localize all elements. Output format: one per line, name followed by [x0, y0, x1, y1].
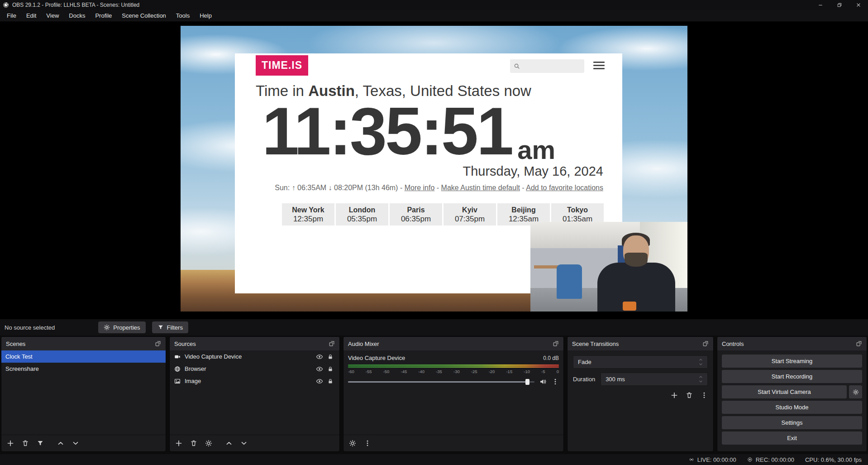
start-recording-button[interactable]: Start Recording: [722, 370, 862, 383]
close-icon: [856, 2, 861, 8]
menu-file[interactable]: File: [2, 10, 21, 21]
scene-filters-button[interactable]: [37, 440, 44, 447]
titlebar: OBS 29.1.2 - Profile: LLHLS BETA - Scene…: [0, 0, 868, 10]
menu-tools[interactable]: Tools: [171, 10, 195, 21]
add-transition-button[interactable]: [671, 392, 678, 399]
sources-panel: Sources Video Capture Device Browser: [169, 336, 340, 452]
obs-window: OBS 29.1.2 - Profile: LLHLS BETA - Scene…: [0, 0, 868, 465]
virtual-camera-config-button[interactable]: [849, 385, 862, 398]
statusbar: LIVE: 00:00:00 REC: 00:00:00 CPU: 0.6%, …: [0, 454, 868, 465]
source-row-image[interactable]: Image: [170, 375, 339, 387]
city-tile-kyiv: Kyiv 07:35pm: [444, 203, 496, 225]
popout-icon[interactable]: [553, 340, 559, 347]
menubar: File Edit View Docks Profile Scene Colle…: [0, 10, 868, 22]
add-scene-button[interactable]: [7, 440, 14, 447]
visibility-toggle[interactable]: [316, 365, 323, 373]
timeis-logo: TIME.IS: [256, 55, 308, 76]
popout-icon[interactable]: [329, 340, 335, 347]
properties-button[interactable]: Properties: [98, 321, 145, 333]
exit-button[interactable]: Exit: [722, 431, 862, 445]
source-move-down-button[interactable]: [240, 440, 248, 447]
source-properties-button[interactable]: [205, 440, 212, 447]
remove-transition-button[interactable]: [686, 392, 693, 399]
mixer-channel-name: Video Capture Device: [348, 355, 405, 361]
audio-mixer-panel: Audio Mixer Video Capture Device 0.0 dB …: [343, 336, 564, 452]
menu-help[interactable]: Help: [195, 10, 217, 21]
source-move-up-button[interactable]: [225, 440, 233, 447]
signal-icon: [689, 457, 694, 462]
search-icon: [514, 63, 520, 69]
duration-spinbox[interactable]: 300 ms: [601, 373, 708, 386]
clock-ampm: am: [517, 137, 555, 163]
spinner-arrows-icon: [699, 375, 703, 384]
source-row-browser[interactable]: Browser: [170, 363, 339, 375]
lock-toggle[interactable]: [327, 378, 334, 384]
scene-item-screenshare[interactable]: Screenshare: [1, 363, 166, 375]
gear-icon: [104, 324, 110, 331]
db-scale: -60 -55 -50 -45 -40 -35 -30 -25 -20 -15 …: [348, 369, 559, 374]
duration-label: Duration: [573, 376, 595, 383]
source-row-video-capture[interactable]: Video Capture Device: [170, 350, 339, 363]
webcam-overlay: [530, 222, 687, 312]
source-status-text: No source selected: [5, 324, 55, 331]
scene-preview[interactable]: TIME.IS Time in Austin, Texas, United St…: [181, 26, 687, 312]
studio-mode-button[interactable]: Studio Mode: [722, 401, 862, 414]
menu-view[interactable]: View: [41, 10, 64, 21]
live-status: LIVE: 00:00:00: [689, 456, 736, 463]
minimize-button[interactable]: [811, 0, 830, 10]
cpu-status: CPU: 0.6%, 30.00 fps: [805, 456, 862, 463]
transition-options-button[interactable]: [701, 392, 708, 399]
mute-button[interactable]: [539, 378, 547, 385]
menu-scene-collection[interactable]: Scene Collection: [117, 10, 171, 21]
start-streaming-button[interactable]: Start Streaming: [722, 355, 862, 368]
menu-profile[interactable]: Profile: [90, 10, 117, 21]
lock-toggle[interactable]: [327, 354, 334, 360]
close-button[interactable]: [849, 0, 868, 10]
visibility-toggle[interactable]: [316, 378, 323, 385]
channel-options-button[interactable]: [552, 378, 559, 385]
scenes-panel: Scenes Clock Test Screenshare: [1, 336, 166, 452]
source-toolbar: No source selected Properties Filters: [0, 319, 868, 336]
volume-slider-handle[interactable]: [525, 379, 529, 385]
sun-info: Sun: ↑ 06:35AM ↓ 08:20PM (13h 46m) -: [275, 184, 404, 192]
popout-icon[interactable]: [856, 340, 862, 347]
transition-select[interactable]: Fade: [573, 355, 708, 369]
select-arrows-icon: [699, 358, 703, 366]
filter-icon: [157, 324, 164, 331]
timeis-sun-line: Sun: ↑ 06:35AM ↓ 08:20PM (13h 46m) - Mor…: [253, 184, 603, 192]
popout-icon[interactable]: [702, 340, 709, 347]
advanced-audio-button[interactable]: [349, 440, 356, 447]
scene-move-down-button[interactable]: [72, 440, 79, 447]
separator: -: [434, 184, 441, 192]
record-icon: [747, 457, 753, 462]
make-default-link: Make Austin time default: [441, 184, 520, 192]
remove-source-button[interactable]: [190, 440, 197, 447]
add-source-button[interactable]: [175, 440, 182, 447]
filters-button[interactable]: Filters: [152, 321, 188, 333]
dock-area: Scenes Clock Test Screenshare Sources: [0, 336, 868, 454]
city-tile-new-york: New York 12:35pm: [282, 203, 334, 225]
maximize-button[interactable]: [830, 0, 849, 10]
popout-icon[interactable]: [155, 340, 161, 347]
visibility-toggle[interactable]: [316, 353, 323, 360]
timeis-date: Thursday, May 16, 2024: [463, 164, 603, 179]
start-virtual-camera-button[interactable]: Start Virtual Camera: [722, 385, 847, 398]
globe-icon: [174, 366, 181, 372]
menu-docks[interactable]: Docks: [64, 10, 90, 21]
mixer-level-db: 0.0 dB: [543, 355, 559, 361]
minimize-icon: [818, 2, 823, 8]
volume-slider[interactable]: [348, 381, 534, 383]
clock-time: 11:35:51: [262, 98, 512, 165]
scene-item-clock-test[interactable]: Clock Test: [1, 350, 166, 363]
preview-canvas: TIME.IS Time in Austin, Texas, United St…: [0, 22, 868, 319]
more-info-link: More info: [405, 184, 435, 192]
settings-button[interactable]: Settings: [722, 416, 862, 429]
lock-toggle[interactable]: [327, 366, 334, 372]
remove-scene-button[interactable]: [22, 440, 29, 447]
city-tile-paris: Paris 06:35pm: [390, 203, 442, 225]
menu-edit[interactable]: Edit: [21, 10, 41, 21]
scene-move-up-button[interactable]: [57, 440, 64, 447]
window-controls: [811, 0, 868, 10]
mixer-options-button[interactable]: [364, 440, 371, 447]
camera-icon: [174, 354, 181, 360]
